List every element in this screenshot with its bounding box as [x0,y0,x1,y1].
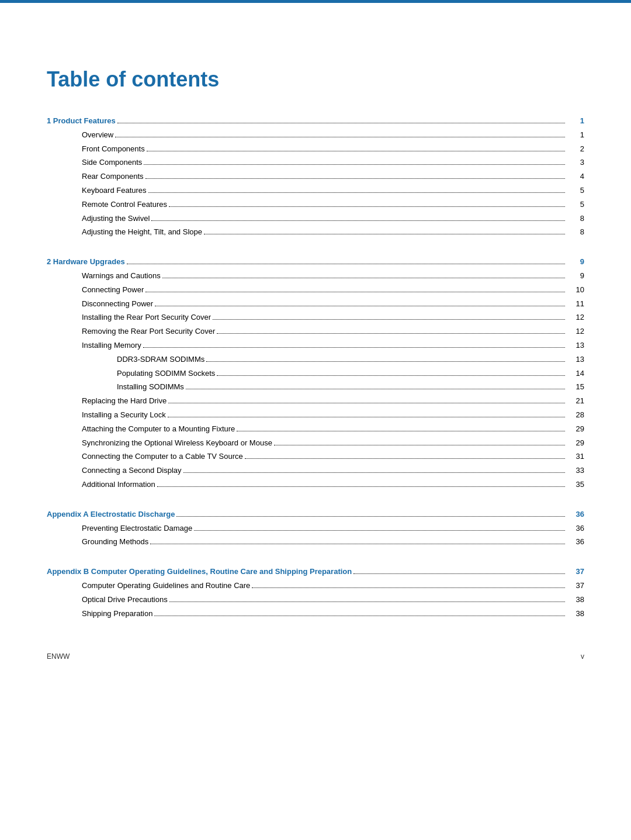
second-border [0,2,631,3]
toc-child-title-1-10: Installing a Security Lock [82,409,166,421]
toc-child-dots-3-1 [169,594,565,602]
toc-child-page-1-8: 15 [567,381,584,393]
toc-child-0-7: Adjusting the Height, Tilt, and Slope8 [47,226,584,238]
toc-child-title-1-12: Synchronizing the Optional Wireless Keyb… [82,437,272,450]
toc-child-page-1-14: 33 [567,465,584,477]
toc-content: 1 Product Features1Overview1Front Compon… [47,115,584,620]
toc-child-dots-1-0 [162,271,565,278]
toc-child-page-0-0: 1 [567,129,584,141]
toc-child-dots-1-4 [217,326,565,334]
toc-heading-2: Appendix A Electrostatic Discharge36 [47,509,584,521]
footer-right: v [581,652,584,661]
toc-child-dots-0-1 [147,144,565,151]
toc-child-title-3-0: Computer Operating Guidelines and Routin… [82,580,250,592]
toc-heading-title-3: Appendix B Computer Operating Guidelines… [47,566,352,578]
toc-heading-page-0: 1 [567,115,584,127]
toc-child-dots-0-4 [148,185,565,193]
toc-child-dots-1-8 [186,382,565,389]
toc-child-0-4: Keyboard Features5 [47,185,584,197]
toc-child-title-0-2: Side Components [82,157,142,169]
toc-child-page-2-1: 36 [567,536,584,548]
toc-child-1-13: Connecting the Computer to a Cable TV So… [47,451,584,463]
page-container: Table of contents 1 Product Features1Ove… [0,20,631,684]
toc-child-title-1-15: Additional Information [82,479,155,491]
toc-child-0-3: Rear Components4 [47,171,584,183]
toc-child-1-14: Connecting a Second Display33 [47,465,584,477]
toc-child-3-0: Computer Operating Guidelines and Routin… [47,580,584,592]
toc-child-0-5: Remote Control Features5 [47,199,584,211]
footer: ENWW v [47,652,584,661]
toc-child-3-1: Optical Drive Precautions38 [47,594,584,606]
toc-child-page-1-0: 9 [567,270,584,282]
toc-child-page-0-7: 8 [567,226,584,238]
toc-child-title-0-0: Overview [82,129,113,141]
toc-child-title-1-8: Installing SODIMMs [117,381,184,393]
toc-child-title-1-5: Installing Memory [82,340,141,352]
toc-child-dots-1-7 [217,368,565,376]
toc-child-1-3: Installing the Rear Port Security Cover1… [47,312,584,324]
toc-child-1-4: Removing the Rear Port Security Cover12 [47,326,584,338]
toc-heading-dots-3 [353,566,565,574]
toc-child-dots-2-1 [150,537,565,544]
toc-child-1-7: Populating SODIMM Sockets14 [47,368,584,380]
toc-child-title-1-14: Connecting a Second Display [82,465,182,477]
toc-child-page-1-13: 31 [567,451,584,463]
toc-child-page-0-6: 8 [567,213,584,225]
toc-child-dots-0-0 [115,130,565,137]
toc-heading-3: Appendix B Computer Operating Guidelines… [47,566,584,578]
toc-child-1-2: Disconnecting Power11 [47,298,584,310]
toc-child-page-1-12: 29 [567,437,584,450]
toc-child-title-3-1: Optical Drive Precautions [82,594,168,606]
toc-child-page-1-11: 29 [567,423,584,435]
toc-child-title-3-2: Shipping Preparation [82,608,152,620]
toc-child-page-0-4: 5 [567,185,584,197]
toc-child-page-1-15: 35 [567,479,584,491]
toc-child-title-1-4: Removing the Rear Port Security Cover [82,326,215,338]
toc-child-dots-1-9 [168,396,565,403]
toc-heading-page-1: 9 [567,256,584,268]
toc-child-title-1-13: Connecting the Computer to a Cable TV So… [82,451,243,463]
toc-child-title-1-7: Populating SODIMM Sockets [117,368,215,380]
toc-child-title-0-6: Adjusting the Swivel [82,213,150,225]
toc-child-1-0: Warnings and Cautions9 [47,270,584,282]
toc-child-1-10: Installing a Security Lock28 [47,409,584,421]
toc-heading-dots-1 [127,257,565,264]
toc-child-page-1-4: 12 [567,326,584,338]
toc-child-1-9: Replacing the Hard Drive21 [47,395,584,407]
toc-child-title-0-4: Keyboard Features [82,185,147,197]
toc-child-page-3-1: 38 [567,594,584,606]
toc-child-page-3-2: 38 [567,608,584,620]
toc-child-3-2: Shipping Preparation38 [47,608,584,620]
toc-child-2-1: Grounding Methods36 [47,536,584,548]
toc-child-title-2-0: Preventing Electrostatic Damage [82,523,192,535]
toc-child-dots-1-12 [274,438,565,445]
toc-child-1-8: Installing SODIMMs15 [47,381,584,393]
toc-child-title-2-1: Grounding Methods [82,536,148,548]
page-title: Table of contents [47,67,584,92]
toc-child-dots-3-2 [154,609,565,616]
footer-left: ENWW [47,652,70,661]
toc-child-1-5: Installing Memory13 [47,340,584,352]
toc-child-title-1-0: Warnings and Cautions [82,270,161,282]
toc-child-page-1-9: 21 [567,395,584,407]
toc-child-page-3-0: 37 [567,580,584,592]
toc-child-title-1-9: Replacing the Hard Drive [82,395,167,407]
toc-child-page-0-2: 3 [567,157,584,169]
toc-child-dots-1-6 [206,354,565,362]
toc-child-dots-0-5 [169,199,565,207]
toc-child-dots-1-10 [168,410,565,417]
toc-child-1-11: Attaching the Computer to a Mounting Fix… [47,423,584,435]
toc-child-dots-0-2 [144,157,565,165]
toc-child-dots-0-3 [145,171,566,179]
toc-heading-dots-0 [117,116,565,123]
toc-child-title-0-1: Front Components [82,143,145,155]
toc-child-dots-3-0 [252,580,565,588]
toc-child-1-6: DDR3-SDRAM SODIMMs13 [47,354,584,366]
toc-child-dots-2-0 [194,523,565,531]
toc-child-dots-0-6 [151,213,565,221]
toc-section-1: 2 Hardware Upgrades9Warnings and Caution… [47,256,584,491]
toc-child-page-0-1: 2 [567,143,584,155]
toc-child-1-1: Connecting Power10 [47,284,584,296]
toc-child-dots-1-3 [213,312,565,320]
toc-child-dots-1-5 [143,340,565,348]
